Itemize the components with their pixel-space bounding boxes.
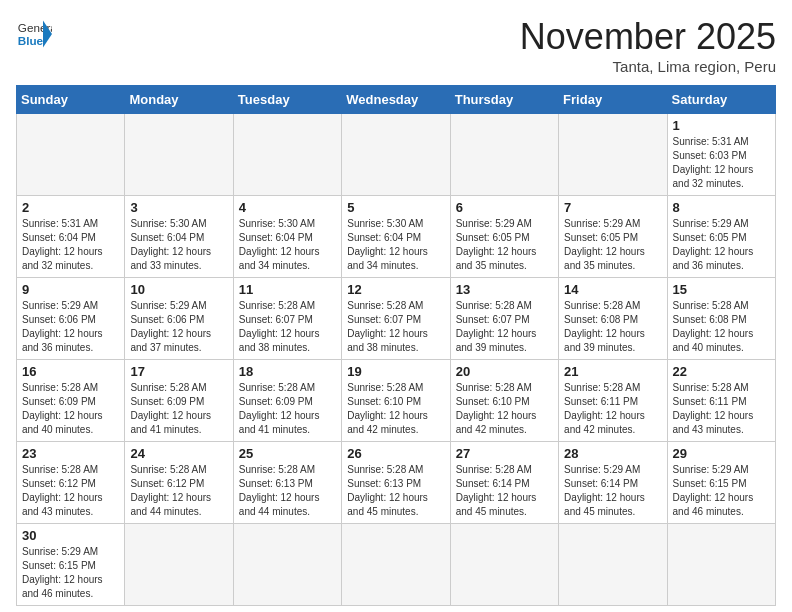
empty-cell [233, 114, 341, 196]
day-11: 11 Sunrise: 5:28 AMSunset: 6:07 PMDaylig… [233, 278, 341, 360]
empty-cell [450, 114, 558, 196]
empty-cell [342, 114, 450, 196]
empty-cell [559, 114, 667, 196]
empty-cell [17, 114, 125, 196]
header-wednesday: Wednesday [342, 86, 450, 114]
calendar-row-4: 16 Sunrise: 5:28 AMSunset: 6:09 PMDaylig… [17, 360, 776, 442]
empty-cell [667, 524, 775, 606]
header-saturday: Saturday [667, 86, 775, 114]
title-block: November 2025 Tanta, Lima region, Peru [520, 16, 776, 75]
day-14: 14 Sunrise: 5:28 AMSunset: 6:08 PMDaylig… [559, 278, 667, 360]
day-10: 10 Sunrise: 5:29 AMSunset: 6:06 PMDaylig… [125, 278, 233, 360]
day-27: 27 Sunrise: 5:28 AMSunset: 6:14 PMDaylig… [450, 442, 558, 524]
day-9: 9 Sunrise: 5:29 AMSunset: 6:06 PMDayligh… [17, 278, 125, 360]
day-22: 22 Sunrise: 5:28 AMSunset: 6:11 PMDaylig… [667, 360, 775, 442]
header-thursday: Thursday [450, 86, 558, 114]
header-monday: Monday [125, 86, 233, 114]
day-25: 25 Sunrise: 5:28 AMSunset: 6:13 PMDaylig… [233, 442, 341, 524]
header-tuesday: Tuesday [233, 86, 341, 114]
day-28: 28 Sunrise: 5:29 AMSunset: 6:14 PMDaylig… [559, 442, 667, 524]
calendar-row-5: 23 Sunrise: 5:28 AMSunset: 6:12 PMDaylig… [17, 442, 776, 524]
empty-cell [125, 524, 233, 606]
month-title: November 2025 [520, 16, 776, 58]
location: Tanta, Lima region, Peru [520, 58, 776, 75]
empty-cell [450, 524, 558, 606]
header-sunday: Sunday [17, 86, 125, 114]
day-7: 7 Sunrise: 5:29 AMSunset: 6:05 PMDayligh… [559, 196, 667, 278]
day-5: 5 Sunrise: 5:30 AMSunset: 6:04 PMDayligh… [342, 196, 450, 278]
day-23: 23 Sunrise: 5:28 AMSunset: 6:12 PMDaylig… [17, 442, 125, 524]
day-16: 16 Sunrise: 5:28 AMSunset: 6:09 PMDaylig… [17, 360, 125, 442]
day-21: 21 Sunrise: 5:28 AMSunset: 6:11 PMDaylig… [559, 360, 667, 442]
day-8: 8 Sunrise: 5:29 AMSunset: 6:05 PMDayligh… [667, 196, 775, 278]
day-6: 6 Sunrise: 5:29 AMSunset: 6:05 PMDayligh… [450, 196, 558, 278]
calendar-row-3: 9 Sunrise: 5:29 AMSunset: 6:06 PMDayligh… [17, 278, 776, 360]
day-30: 30 Sunrise: 5:29 AMSunset: 6:15 PMDaylig… [17, 524, 125, 606]
day-12: 12 Sunrise: 5:28 AMSunset: 6:07 PMDaylig… [342, 278, 450, 360]
empty-cell [559, 524, 667, 606]
page-header: General Blue November 2025 Tanta, Lima r… [16, 16, 776, 75]
day-24: 24 Sunrise: 5:28 AMSunset: 6:12 PMDaylig… [125, 442, 233, 524]
logo: General Blue [16, 16, 52, 52]
calendar-row-2: 2 Sunrise: 5:31 AMSunset: 6:04 PMDayligh… [17, 196, 776, 278]
day-18: 18 Sunrise: 5:28 AMSunset: 6:09 PMDaylig… [233, 360, 341, 442]
header-friday: Friday [559, 86, 667, 114]
day-4: 4 Sunrise: 5:30 AMSunset: 6:04 PMDayligh… [233, 196, 341, 278]
empty-cell [342, 524, 450, 606]
day-17: 17 Sunrise: 5:28 AMSunset: 6:09 PMDaylig… [125, 360, 233, 442]
calendar: Sunday Monday Tuesday Wednesday Thursday… [16, 85, 776, 606]
day-19: 19 Sunrise: 5:28 AMSunset: 6:10 PMDaylig… [342, 360, 450, 442]
logo-icon: General Blue [16, 16, 52, 52]
day-2: 2 Sunrise: 5:31 AMSunset: 6:04 PMDayligh… [17, 196, 125, 278]
day-13: 13 Sunrise: 5:28 AMSunset: 6:07 PMDaylig… [450, 278, 558, 360]
weekday-header-row: Sunday Monday Tuesday Wednesday Thursday… [17, 86, 776, 114]
empty-cell [125, 114, 233, 196]
empty-cell [233, 524, 341, 606]
day-20: 20 Sunrise: 5:28 AMSunset: 6:10 PMDaylig… [450, 360, 558, 442]
day-29: 29 Sunrise: 5:29 AMSunset: 6:15 PMDaylig… [667, 442, 775, 524]
calendar-row-1: 1 Sunrise: 5:31 AM Sunset: 6:03 PM Dayli… [17, 114, 776, 196]
calendar-row-6: 30 Sunrise: 5:29 AMSunset: 6:15 PMDaylig… [17, 524, 776, 606]
day-15: 15 Sunrise: 5:28 AMSunset: 6:08 PMDaylig… [667, 278, 775, 360]
day-3: 3 Sunrise: 5:30 AMSunset: 6:04 PMDayligh… [125, 196, 233, 278]
svg-text:Blue: Blue [18, 34, 44, 47]
day-1: 1 Sunrise: 5:31 AM Sunset: 6:03 PM Dayli… [667, 114, 775, 196]
day-26: 26 Sunrise: 5:28 AMSunset: 6:13 PMDaylig… [342, 442, 450, 524]
